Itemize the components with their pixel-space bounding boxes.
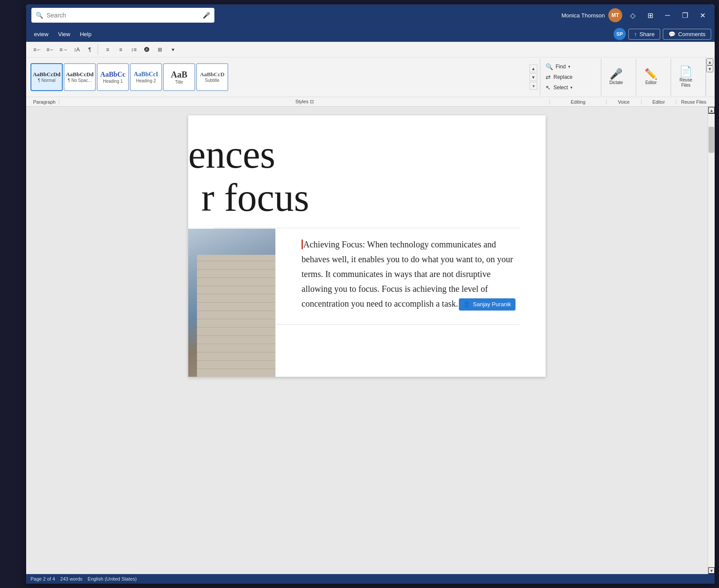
align-left-btn[interactable]: ≡: [102, 44, 114, 55]
microphone-icon[interactable]: 🎤: [203, 12, 210, 19]
user-name: Monica Thomson: [562, 12, 605, 19]
menu-review[interactable]: eview: [30, 29, 53, 39]
style-heading1-preview: AaBbCc: [100, 71, 125, 78]
style-heading2-preview: AaBbCcI: [134, 71, 158, 78]
reuse-files-section: 📄 ReuseFiles: [671, 58, 706, 96]
word-count: 243 words: [60, 576, 82, 581]
building-image: [188, 229, 275, 377]
body-text[interactable]: Achieving Focus: When technology communi…: [302, 237, 519, 311]
reuse-icon: 📄: [679, 66, 692, 77]
select-dropdown-icon: ▾: [570, 85, 573, 90]
heading-line1: ences: [188, 133, 519, 176]
cursor: [302, 240, 303, 249]
style-subtitle[interactable]: AaBbCcD Subtitle: [196, 63, 228, 91]
find-icon: 🔍: [546, 63, 553, 70]
style-no-space-label: ¶ No Spac...: [68, 78, 92, 83]
collaborator-badge: 👤 Sanjay Puranik: [459, 298, 515, 311]
collaborator-icon: 👤: [463, 300, 470, 309]
indent-increase-btn[interactable]: ≡→: [58, 44, 70, 55]
word-window: 🔍 🎤 Monica Thomson MT ◇ ⊞ ─ ❐ ✕ eview Vi…: [26, 4, 715, 584]
shading-btn[interactable]: 🅐: [141, 44, 153, 55]
replace-button[interactable]: ⇄ Replace: [543, 72, 575, 82]
voice-section: 🎤 Dictate: [601, 58, 636, 96]
building-img-bg: [188, 229, 275, 377]
page-info: Page 2 of 4: [31, 576, 55, 581]
editor-icon: ✏️: [644, 69, 658, 79]
gallery-down-btn[interactable]: ▼: [529, 73, 537, 81]
select-button[interactable]: ↖ Select ▾: [543, 83, 575, 92]
line-spacing-btn[interactable]: ↕≡: [128, 44, 140, 55]
style-subtitle-label: Subtitle: [205, 78, 219, 83]
scroll-down-btn[interactable]: ▼: [708, 567, 715, 574]
style-heading1-label: Heading 1: [103, 79, 123, 84]
style-normal[interactable]: AaBbCcDd ¶ Normal: [31, 63, 63, 91]
diamond-icon[interactable]: ◇: [626, 8, 640, 22]
editor-section: ✏️ Editor: [636, 58, 671, 96]
style-heading2-label: Heading 2: [136, 78, 156, 83]
styles-expand-icon[interactable]: ⊡: [310, 99, 314, 104]
reuse-files-button[interactable]: 📄 ReuseFiles: [674, 63, 698, 91]
ribbon-scroll: ▲ ▼: [706, 58, 713, 96]
avatar: MT: [608, 8, 622, 22]
document-content[interactable]: ences r focus Achieving Focus: When tech…: [26, 107, 708, 574]
indent-group: ≡← ≡← ≡→ ↕A ¶: [30, 44, 98, 55]
border-btn[interactable]: ⊞: [154, 44, 166, 55]
style-subtitle-preview: AaBbCcD: [200, 71, 224, 77]
menu-view[interactable]: View: [54, 29, 75, 39]
indent-decrease-btn[interactable]: ≡←: [31, 44, 44, 55]
style-heading2[interactable]: AaBbCcI Heading 2: [130, 63, 162, 91]
restore-button[interactable]: ❐: [678, 8, 692, 22]
dictate-button[interactable]: 🎤 Dictate: [604, 63, 628, 91]
editing-buttons: 🔍 Find ▾ ⇄ Replace ↖ Select ▾: [543, 63, 575, 91]
gallery-up-btn[interactable]: ▲: [529, 64, 537, 72]
find-button[interactable]: 🔍 Find ▾: [543, 62, 575, 71]
user-info: Monica Thomson MT: [562, 8, 622, 22]
ribbon-bottom-bar: Paragraph Styles ⊡ Editing Voice Editor …: [26, 97, 715, 106]
reuse-files-label: Reuse Files: [676, 99, 711, 105]
search-box[interactable]: 🔍 🎤: [31, 8, 214, 23]
editing-section: 🔍 Find ▾ ⇄ Replace ↖ Select ▾: [540, 58, 601, 96]
gallery-expand-btn[interactable]: ▾: [529, 82, 537, 90]
style-heading1[interactable]: AaBbCc Heading 1: [97, 63, 129, 91]
minimize-button[interactable]: ─: [661, 8, 675, 22]
comments-button[interactable]: 💬 Comments: [663, 29, 711, 40]
align-group: ≡ ≡ ↕≡ 🅐 ⊞ ▾: [100, 44, 181, 55]
ribbon-scroll-up[interactable]: ▲: [706, 58, 713, 65]
search-input[interactable]: [47, 12, 199, 19]
editing-content: 🔍 Find ▾ ⇄ Replace ↖ Select ▾: [543, 59, 598, 95]
indent-decrease2-btn[interactable]: ≡←: [44, 44, 57, 55]
align-center-btn[interactable]: ≡: [115, 44, 127, 55]
scroll-up-btn[interactable]: ▲: [708, 107, 715, 114]
close-button[interactable]: ✕: [695, 8, 709, 22]
paragraph-label: Paragraph: [30, 99, 59, 105]
style-no-space[interactable]: AaBbCcDd ¶ No Spac...: [64, 63, 96, 91]
menu-help[interactable]: Help: [75, 29, 96, 39]
replace-icon: ⇄: [546, 74, 551, 81]
styles-section: AaBbCcDd ¶ Normal AaBbCcDd ¶ No Spac... …: [28, 58, 540, 96]
style-title[interactable]: AaB Title: [163, 63, 195, 91]
styles-gallery: AaBbCcDd ¶ Normal AaBbCcDd ¶ No Spac... …: [31, 63, 528, 91]
style-title-preview: AaB: [171, 70, 187, 79]
language: English (United States): [88, 576, 137, 581]
pilcrow-btn[interactable]: ¶: [84, 44, 96, 55]
ribbon-row1: ≡← ≡← ≡→ ↕A ¶ ≡ ≡ ↕≡ 🅐 ⊞ ▾: [26, 42, 715, 57]
menu-bar-right: SP ↑ Share 💬 Comments: [614, 28, 711, 40]
scrollbar-thumb[interactable]: [709, 127, 714, 153]
voice-label: Voice: [607, 99, 641, 105]
sort-btn[interactable]: ↕A: [71, 44, 83, 55]
border-more-btn[interactable]: ▾: [167, 44, 179, 55]
ribbon-scroll-down[interactable]: ▼: [706, 65, 713, 72]
style-normal-preview: AaBbCcDd: [33, 71, 61, 77]
share-button[interactable]: ↑ Share: [628, 29, 660, 40]
style-title-label: Title: [175, 80, 183, 84]
microphone-big-icon: 🎤: [610, 69, 623, 79]
grid-icon[interactable]: ⊞: [643, 8, 657, 22]
document-page: ences r focus Achieving Focus: When tech…: [188, 115, 546, 377]
editing-label: Editing: [550, 99, 607, 105]
body-text-content: Achieving Focus: When technology communi…: [302, 240, 513, 308]
scrollbar-track[interactable]: [708, 114, 715, 567]
editor-content: ✏️ Editor: [639, 59, 668, 95]
editor-button[interactable]: ✏️ Editor: [639, 63, 663, 91]
vertical-scrollbar: ▲ ▼: [708, 107, 715, 574]
status-bar: Page 2 of 4 243 words English (United St…: [26, 574, 715, 584]
